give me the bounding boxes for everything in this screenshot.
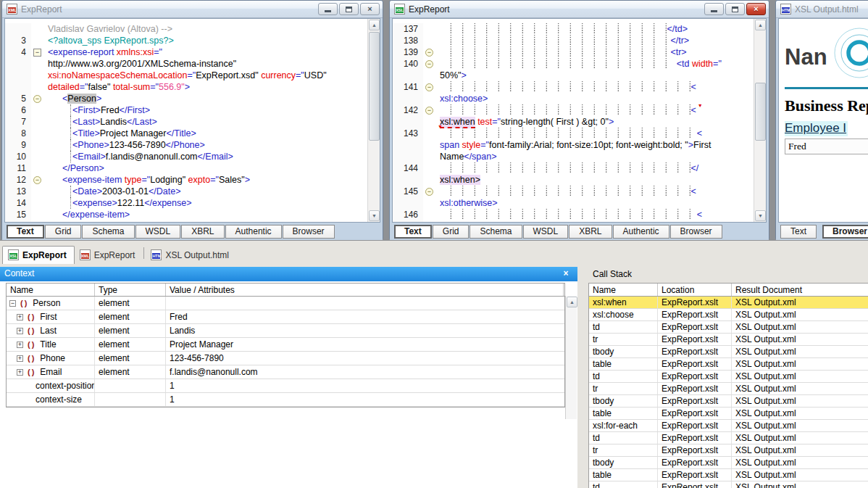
view-tab-xbrl[interactable]: XBRL — [181, 225, 224, 239]
code-token: <Last> — [72, 117, 100, 127]
window-titlebar[interactable]: XML ExpReport × — [2, 1, 383, 18]
highlighted-output-text[interactable]: Employee I — [785, 121, 848, 136]
xslt-editor[interactable]: 137</td>138</tr>139−<tr>140−<td width="5… — [392, 18, 767, 223]
callstack-row[interactable]: trExpReport.xsltXSL Output.xml — [589, 444, 868, 457]
view-tab-xbrl[interactable]: XBRL — [569, 225, 612, 239]
restore-button[interactable] — [725, 3, 745, 15]
close-button[interactable]: × — [360, 3, 380, 15]
view-tab-schema[interactable]: Schema — [470, 225, 522, 239]
scroll-down-icon[interactable]: ▼ — [369, 210, 380, 221]
view-tab-text[interactable]: Text — [7, 225, 44, 239]
scrollbar-thumb[interactable] — [755, 83, 766, 141]
column-header-name[interactable]: Name — [589, 284, 658, 296]
fold-toggle-icon[interactable]: − — [33, 95, 41, 103]
document-tab-3[interactable]: HTMXSL Output.html — [146, 247, 236, 264]
callstack-row[interactable]: tdExpReport.xsltXSL Output.xml — [589, 321, 868, 334]
view-tab-text[interactable]: Text — [780, 225, 817, 239]
collapse-icon[interactable]: − — [9, 300, 16, 307]
callstack-row[interactable]: tdExpReport.xsltXSL Output.xml — [589, 371, 868, 383]
expand-icon[interactable]: + — [17, 328, 23, 334]
minimize-button[interactable] — [318, 3, 338, 15]
window-titlebar[interactable]: XSL ExpReport × — [390, 1, 769, 18]
fold-toggle-icon[interactable]: − — [425, 49, 433, 57]
minimize-button[interactable] — [704, 3, 724, 15]
code-text: <tr> — [437, 46, 687, 58]
callstack-row[interactable]: tdExpReport.xsltXSL Output.xml — [589, 481, 868, 488]
code-text: < — [437, 209, 702, 220]
document-tab-1[interactable]: XSLExpReport — [2, 246, 75, 264]
fold-toggle-icon[interactable]: − — [425, 60, 433, 68]
scrollbar-thumb[interactable] — [369, 32, 380, 141]
fold-toggle-icon[interactable]: − — [33, 49, 41, 57]
restore-button[interactable] — [339, 3, 359, 15]
callstack-row[interactable]: xsl:whenExpReport.xsltXSL Output.xml — [589, 297, 868, 309]
view-tab-browser[interactable]: Browser — [670, 225, 722, 239]
fold-toggle-icon[interactable]: − — [425, 107, 433, 115]
scroll-up-icon[interactable]: ▲ — [755, 20, 766, 30]
context-row[interactable]: +()FirstelementFred — [7, 310, 564, 324]
context-row[interactable]: +()Phoneelement123-456-7890 — [7, 352, 564, 365]
callstack-row[interactable]: tbodyExpReport.xsltXSL Output.xml — [589, 346, 868, 358]
callstack-row[interactable]: tdExpReport.xsltXSL Output.xml — [589, 432, 868, 444]
view-tab-grid[interactable]: Grid — [45, 225, 82, 239]
fold-toggle-icon[interactable]: − — [425, 188, 433, 196]
callstack-row[interactable]: xsl:for-eachExpReport.xsltXSL Output.xml — [589, 420, 868, 432]
context-row[interactable]: context-size1 — [7, 393, 564, 407]
expand-icon[interactable]: + — [17, 314, 23, 320]
vertical-scrollbar[interactable]: ▲ ▼ — [754, 19, 766, 222]
context-row[interactable]: +()TitleelementProject Manager — [7, 338, 564, 352]
view-tab-grid[interactable]: Grid — [433, 225, 470, 239]
callstack-row[interactable]: trExpReport.xsltXSL Output.xml — [589, 334, 868, 346]
scroll-down-icon[interactable]: ▼ — [755, 210, 766, 221]
column-header-value-attributes[interactable]: Value / Attributes — [166, 284, 564, 296]
callstack-row[interactable]: tableExpReport.xsltXSL Output.xml — [589, 358, 868, 371]
column-header-type[interactable]: Type — [95, 284, 166, 296]
callstack-row[interactable]: trExpReport.xsltXSL Output.xml — [589, 383, 868, 395]
view-tab-browser[interactable]: Browser — [283, 225, 335, 239]
view-tab-authentic[interactable]: Authentic — [225, 225, 282, 239]
code-token: <td — [677, 59, 692, 69]
view-tab-text[interactable]: Text — [394, 225, 432, 239]
callstack-row[interactable]: xsl:chooseExpReport.xsltXSL Output.xml — [589, 309, 868, 321]
line-number: 12 — [5, 174, 31, 186]
code-token: Lodging" — [150, 175, 188, 185]
first-name-field[interactable]: Fred — [785, 138, 868, 154]
callstack-row[interactable]: tbodyExpReport.xsltXSL Output.xml — [589, 395, 868, 408]
scroll-up-icon[interactable]: ▲ — [369, 20, 380, 30]
close-icon: × — [754, 5, 758, 13]
vertical-scrollbar[interactable]: ▲ ▼ — [367, 19, 380, 222]
fold-toggle-icon[interactable]: − — [33, 176, 41, 184]
view-tab-browser[interactable]: Browser — [822, 225, 868, 239]
view-tab-schema[interactable]: Schema — [82, 225, 134, 239]
callstack-row[interactable]: tableExpReport.xsltXSL Output.xml — [589, 469, 868, 481]
view-tab-authentic[interactable]: Authentic — [613, 225, 669, 239]
callstack-location: ExpReport.xslt — [658, 481, 732, 488]
window-titlebar[interactable]: HTM XSL Output.html — [776, 1, 868, 18]
html-browser-preview[interactable]: Nan Business Report Employee I Fred — [778, 18, 868, 223]
context-row[interactable]: −()Personelement — [7, 297, 564, 310]
fold-toggle-icon[interactable]: − — [425, 83, 433, 91]
context-row[interactable]: context-position1 — [7, 379, 564, 393]
expand-icon[interactable]: + — [17, 342, 23, 348]
column-header-name[interactable]: Name — [7, 284, 95, 296]
code-token: type — [125, 175, 142, 185]
callstack-location: ExpReport.xslt — [658, 383, 732, 394]
scroll-up-icon[interactable]: ▲ — [567, 297, 577, 307]
context-panel-titlebar[interactable]: Context × — [0, 267, 577, 281]
expand-icon[interactable]: + — [17, 369, 23, 376]
view-tab-wsdl[interactable]: WSDL — [135, 225, 181, 239]
column-header-location[interactable]: Location — [658, 284, 732, 296]
context-row[interactable]: +()LastelementLandis — [7, 324, 564, 338]
code-token: > — [275, 221, 280, 222]
document-tab-2[interactable]: XMLExpReport — [75, 247, 143, 264]
context-scrollbar[interactable]: ▲ — [565, 296, 577, 419]
close-button[interactable]: × — [746, 3, 766, 15]
context-row[interactable]: +()Emailelementf.landis@nanonull.com — [7, 365, 564, 379]
expand-icon[interactable]: + — [17, 355, 23, 362]
callstack-row[interactable]: tbodyExpReport.xsltXSL Output.xml — [589, 457, 868, 469]
column-header-result-document[interactable]: Result Document — [732, 284, 868, 296]
close-icon[interactable]: × — [560, 268, 572, 279]
callstack-row[interactable]: tableExpReport.xsltXSL Output.xml — [589, 408, 868, 420]
view-tab-wsdl[interactable]: WSDL — [523, 225, 569, 239]
xml-editor[interactable]: Vladislav Gavrielov (Altova) -->3<?altov… — [4, 18, 380, 223]
